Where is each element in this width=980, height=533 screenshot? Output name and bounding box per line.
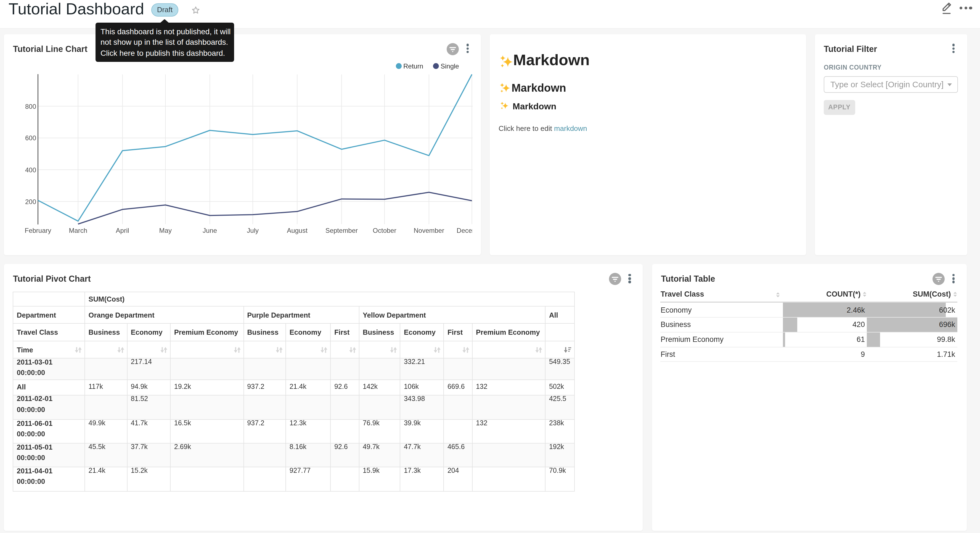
svg-text:October: October [373,227,396,234]
svg-text:March: March [69,227,87,234]
svg-text:February: February [25,227,51,234]
svg-text:May: May [159,227,172,234]
svg-text:Single: Single [441,62,459,70]
svg-text:June: June [203,227,217,234]
svg-text:September: September [326,227,358,234]
svg-text:November: November [414,227,444,234]
svg-text:April: April [116,227,129,234]
svg-text:December: December [457,227,473,234]
svg-text:800: 800 [25,103,36,110]
svg-text:August: August [287,227,307,234]
svg-text:July: July [247,227,259,234]
svg-text:200: 200 [25,198,36,206]
svg-text:400: 400 [25,166,36,174]
svg-text:600: 600 [25,134,36,142]
svg-text:Return: Return [403,62,423,70]
